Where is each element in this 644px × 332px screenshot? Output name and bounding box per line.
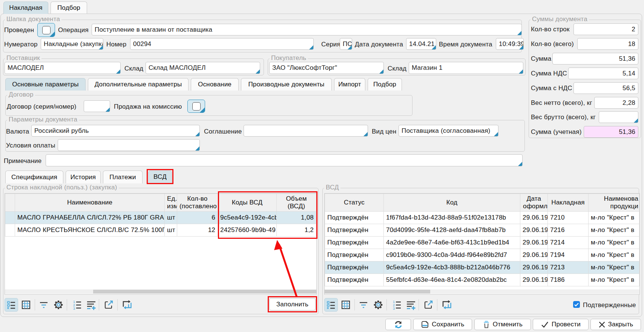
- svg-text:3: 3: [393, 307, 395, 310]
- svg-text:3: 3: [73, 307, 75, 310]
